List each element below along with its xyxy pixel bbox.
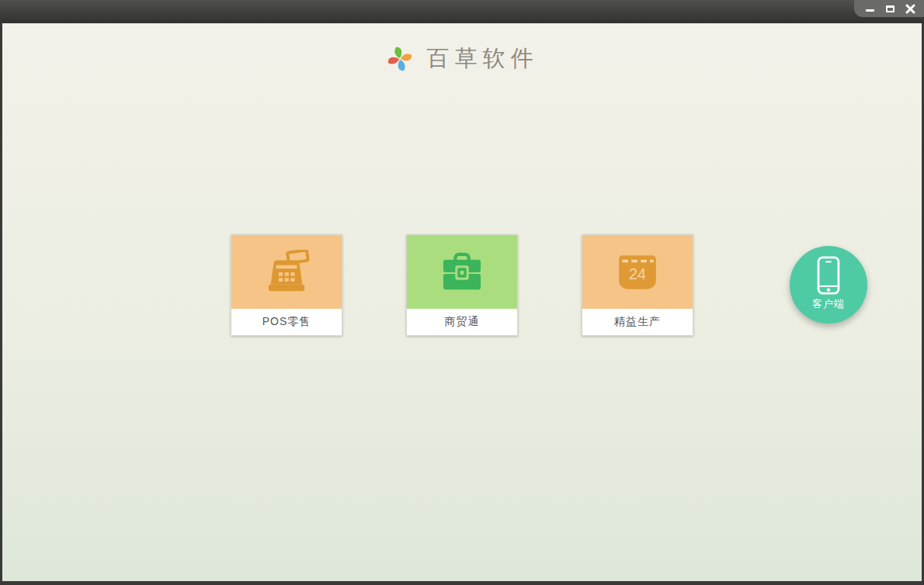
product-tile bbox=[231, 235, 342, 309]
product-tile bbox=[407, 235, 517, 309]
smartphone-icon bbox=[816, 256, 841, 295]
app-window: 百草软件 POS零售 bbox=[0, 0, 924, 585]
maximize-icon[interactable] bbox=[882, 2, 898, 16]
window-controls bbox=[854, 0, 924, 17]
product-label: 商贸通 bbox=[407, 309, 517, 335]
minimize-glyph bbox=[866, 9, 874, 12]
minimize-icon[interactable] bbox=[862, 2, 877, 16]
product-card-trade[interactable]: 商贸通 bbox=[406, 234, 518, 336]
close-glyph bbox=[905, 4, 915, 14]
maximize-glyph bbox=[886, 5, 894, 12]
client-button[interactable]: 客户端 bbox=[790, 246, 867, 324]
calendar-icon: 24 bbox=[616, 252, 659, 292]
product-label: POS零售 bbox=[231, 309, 342, 335]
product-tile: 24 bbox=[582, 235, 693, 309]
pinwheel-logo-icon bbox=[386, 45, 414, 73]
app-header: 百草软件 bbox=[2, 23, 922, 74]
title-bar[interactable] bbox=[0, 0, 924, 23]
briefcase-icon bbox=[438, 252, 486, 292]
app-title: 百草软件 bbox=[427, 43, 539, 74]
close-icon[interactable] bbox=[902, 2, 918, 16]
main-content: 百草软件 POS零售 bbox=[2, 23, 922, 581]
product-card-lean[interactable]: 24 精益生产 bbox=[582, 234, 693, 336]
product-label: 精益生产 bbox=[582, 309, 693, 335]
cash-register-icon bbox=[261, 250, 312, 295]
calendar-day-number: 24 bbox=[629, 265, 646, 282]
product-card-pos[interactable]: POS零售 bbox=[231, 234, 342, 336]
client-button-label: 客户端 bbox=[812, 297, 845, 311]
